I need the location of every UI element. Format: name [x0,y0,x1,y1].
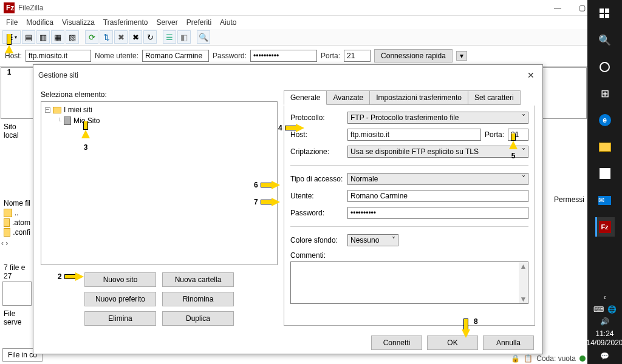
notifications-icon[interactable]: 💬 [600,352,609,360]
menu-favorites[interactable]: Preferiti [186,18,211,27]
duplicate-button[interactable]: Duplica [162,311,234,326]
menu-view[interactable]: Visualizza [62,18,95,27]
password-field[interactable] [347,207,528,219]
reconnect-icon[interactable]: ↻ [143,30,157,44]
scroll-up-icon[interactable]: ▲ [520,262,527,271]
menu-transfer[interactable]: Trasferimento [103,18,148,27]
chevron-up-icon[interactable]: ‹ [604,293,606,302]
cortana-icon[interactable] [595,57,615,76]
bgcolor-label: Colore sfondo: [290,236,344,244]
annotation-7: 7 [254,198,280,206]
filter-icon[interactable]: ☰ [163,30,176,44]
refresh-icon[interactable]: ⟳ [85,30,98,44]
menu-edit[interactable]: Modifica [26,18,53,27]
comments-textarea[interactable]: ▲▼ [290,261,528,304]
port-input[interactable] [344,50,371,62]
search-icon[interactable]: 🔍 [595,30,615,50]
menu-help[interactable]: Aiuto [220,18,236,27]
permissions-column-header: Permessi [554,195,584,204]
filezilla-taskbar-icon[interactable]: Fz [595,217,615,237]
minimize-button[interactable]: — [545,0,570,16]
delete-button[interactable]: Elimina [84,311,156,326]
quickconnect-dropdown[interactable]: ▾ [456,51,467,61]
annotation-3: 3 [81,121,90,152]
password-input[interactable] [250,50,317,62]
rename-button[interactable]: Rinomina [162,292,234,306]
clock[interactable]: 11:24 14/09/2020 [586,329,622,348]
quickconnect-bar: Host: Nome utente: Password: Porta: Conn… [0,46,622,67]
select-element-label: Seleziona elemento: [41,90,278,99]
network-icon[interactable]: 🌐 [607,305,617,314]
bgcolor-select[interactable]: Nessuno˅ [347,234,398,246]
connect-button[interactable]: Connetti [371,335,422,350]
process-queue-icon[interactable]: ⇅ [100,30,113,44]
port-label: Porta: [485,130,504,139]
mail-icon[interactable]: ✉ [595,190,615,210]
tab-transfer[interactable]: Impostazioni trasferimento [369,90,468,105]
layout3-icon[interactable]: ▦ [51,30,64,44]
edge-icon[interactable]: e [595,110,615,130]
scroll-down-icon[interactable]: ▼ [520,295,527,303]
quickconnect-button[interactable]: Connessione rapida [374,49,453,62]
dialog-close-button[interactable]: ✕ [524,69,538,82]
folder-icon [4,228,10,237]
menu-file[interactable]: File [6,18,18,27]
list-item[interactable]: .. [4,209,30,217]
comments-label: Commenti: [290,251,528,260]
layout2-icon[interactable]: ▥ [36,30,50,44]
name-column-header: Nome fil [4,199,30,207]
file-server-label: File serve [4,309,30,326]
chevron-down-icon: ˅ [522,147,525,156]
svg-rect-5 [605,14,609,18]
username-label: Nome utente: [95,52,138,60]
layout-icon[interactable]: ▤ [22,30,35,44]
svg-text:Fz: Fz [6,4,14,12]
binoculars-icon[interactable]: 🔍 [197,30,210,44]
encryption-select[interactable]: Usa se disponibile FTP esplicito su TLS˅ [347,146,528,158]
files-summary: 7 file e 27 [4,263,30,280]
folder-icon [4,218,10,227]
protocol-select[interactable]: FTP - Protocollo trasferimento file˅ [347,112,528,124]
new-favorite-button[interactable]: Nuovo preferito [84,292,156,306]
tree-root-item[interactable]: − I miei siti [45,106,273,114]
cancel-button[interactable]: Annulla [483,335,534,350]
taskview-icon[interactable]: ⊞ [595,84,615,103]
new-site-button[interactable]: Nuovo sito [84,272,156,287]
disconnect-icon[interactable]: ✖̵ [129,30,142,44]
password-label: Password: [290,209,344,217]
site-tree[interactable]: − I miei siti └ Mio Sito [41,101,278,265]
host-field[interactable] [347,129,481,141]
svg-rect-3 [605,8,609,13]
list-item[interactable]: .atom [4,218,30,227]
ok-button[interactable]: OK [427,335,478,350]
dialog-title: Gestione siti [38,71,524,79]
status-dot-icon [579,356,586,362]
username-input[interactable] [142,50,209,62]
volume-icon[interactable]: 🔊 [600,317,609,326]
start-icon[interactable] [595,4,615,23]
access-type-select[interactable]: Normale˅ [347,173,528,185]
new-folder-button[interactable]: Nuova cartella [162,272,234,287]
annotation-8: 8 [462,318,470,338]
keyboard-icon[interactable]: ⌨ [593,305,604,314]
explorer-icon[interactable] [595,137,615,157]
cancel-icon[interactable]: ✖ [114,30,128,44]
tab-advanced[interactable]: Avanzate [326,90,370,105]
menu-server[interactable]: Server [156,18,177,27]
user-field[interactable] [347,190,528,202]
local-site-label: Sito local [4,123,29,140]
list-item[interactable]: .confi [4,228,30,237]
chevron-down-icon: ˅ [522,175,525,183]
store-icon[interactable]: 🛍 [595,164,615,183]
port-label: Porta: [321,52,340,60]
folder-icon [53,107,61,113]
layout4-icon[interactable]: ▧ [66,30,79,44]
collapse-icon[interactable]: − [45,107,50,113]
tab-charset[interactable]: Set caratteri [468,90,521,105]
annotation-2: 2 [58,272,84,281]
compare-icon[interactable]: ◧ [177,30,191,44]
host-input[interactable] [26,50,91,62]
window-title: FileZilla [18,4,545,12]
menubar: File Modifica Visualizza Trasferimento S… [0,16,622,29]
tab-general[interactable]: Generale [284,90,327,105]
